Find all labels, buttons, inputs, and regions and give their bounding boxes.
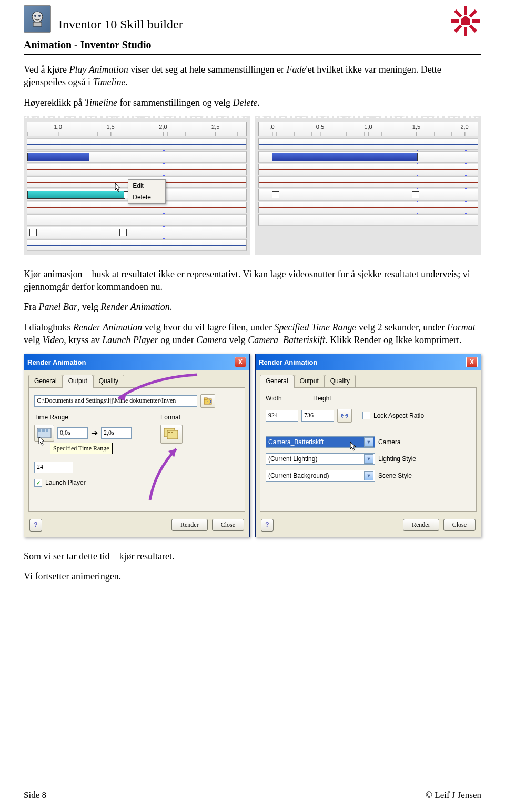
render-dialog-general: Render AnimationX General Output Quality… xyxy=(255,354,481,537)
tab-general[interactable]: General xyxy=(28,375,63,387)
link-dimensions-button[interactable] xyxy=(337,409,352,423)
time-range-type-button[interactable] xyxy=(34,425,54,442)
doc-title: Inventor 10 Skill builder xyxy=(58,16,183,33)
dialog-title: Render Animation xyxy=(259,358,317,367)
para-5: I dialogboks Render Animation velg hvor … xyxy=(24,321,481,347)
format-label: Format xyxy=(160,413,239,422)
svg-rect-13 xyxy=(204,398,207,399)
context-menu[interactable]: Edit Delete xyxy=(128,179,166,204)
para-4: Fra Panel Bar, velg Render Animation. xyxy=(24,300,481,313)
app-icon xyxy=(24,5,51,33)
svg-rect-9 xyxy=(454,24,462,33)
timeline-ruler: 1,0 1,5 2,0 2,5 xyxy=(27,122,247,136)
para-1: Ved å kjøre Play Animation viser det seg… xyxy=(24,63,481,89)
timeline-screenshot-right: ,0 0,5 1,0 1,5 2,0 xyxy=(255,116,481,255)
timeline-screenshot-left: 1,0 1,5 2,0 2,5 Edit Delete xyxy=(24,116,250,255)
close-button[interactable]: Close xyxy=(212,519,244,531)
svg-rect-21 xyxy=(168,432,170,433)
render-dialog-output: Render AnimationX General Output Quality… xyxy=(24,354,250,537)
timeline-track[interactable] xyxy=(27,151,247,163)
width-input[interactable] xyxy=(266,410,298,422)
svg-rect-17 xyxy=(42,429,45,432)
para-3: Kjør animasjon – husk at resultatet ikke… xyxy=(24,268,481,294)
svg-rect-18 xyxy=(46,429,48,432)
lighting-label: Lighting Style xyxy=(378,455,416,463)
lock-aspect-checkbox[interactable]: Lock Aspect Ratio xyxy=(362,412,424,420)
svg-point-0 xyxy=(32,12,43,22)
format-video-button[interactable] xyxy=(160,425,183,444)
svg-rect-7 xyxy=(472,19,480,23)
svg-rect-8 xyxy=(469,9,477,18)
svg-rect-3 xyxy=(33,22,42,26)
svg-rect-16 xyxy=(38,429,41,432)
svg-point-1 xyxy=(34,15,36,17)
camera-select[interactable]: Camera_Batteriskift▼ xyxy=(266,436,375,448)
render-button[interactable]: Render xyxy=(403,519,439,531)
menu-delete[interactable]: Delete xyxy=(128,192,165,203)
svg-rect-6 xyxy=(451,19,459,23)
width-label: Width xyxy=(266,394,297,403)
lighting-select[interactable]: (Current Lighting)▼ xyxy=(266,453,375,465)
tooltip: Specified Time Range xyxy=(50,443,113,454)
timeline-track[interactable] xyxy=(27,227,247,238)
doc-subtitle: Animation - Inventor Studio xyxy=(24,38,481,52)
svg-point-2 xyxy=(38,15,41,17)
height-label: Height xyxy=(313,394,331,403)
menu-edit[interactable]: Edit xyxy=(128,180,165,192)
help-button[interactable]: ? xyxy=(29,519,42,532)
launch-player-checkbox[interactable]: ✓Launch Player xyxy=(34,478,86,487)
svg-rect-10 xyxy=(454,9,462,18)
tab-general[interactable]: General xyxy=(260,375,294,387)
close-button[interactable]: X xyxy=(466,357,478,367)
logo-icon xyxy=(450,5,481,37)
render-button[interactable]: Render xyxy=(171,519,208,531)
para-7: Vi fortsetter animeringen. xyxy=(24,570,481,583)
svg-rect-11 xyxy=(469,24,477,33)
page-number: Side 8 xyxy=(24,789,46,801)
tab-quality[interactable]: Quality xyxy=(325,375,356,387)
close-button[interactable]: Close xyxy=(443,519,476,531)
time-from-input[interactable] xyxy=(57,427,88,439)
svg-rect-4 xyxy=(464,6,467,15)
tab-quality[interactable]: Quality xyxy=(93,375,124,387)
header-rule xyxy=(24,54,481,55)
scene-label: Scene Style xyxy=(378,472,412,480)
copyright: © Leif J Jensen xyxy=(426,789,481,801)
height-input[interactable] xyxy=(301,410,334,422)
para-2: Høyereklikk på Timeline for sammenstilli… xyxy=(24,96,481,109)
time-to-input[interactable] xyxy=(101,427,132,439)
camera-label: Camera xyxy=(378,438,401,446)
fps-input[interactable] xyxy=(34,462,73,473)
para-6: Som vi ser tar dette tid – kjør resultar… xyxy=(24,550,481,563)
svg-rect-22 xyxy=(171,432,173,433)
tab-output[interactable]: Output xyxy=(63,375,93,387)
footer-rule xyxy=(24,786,481,786)
annotation-arrow-icon xyxy=(139,445,187,503)
tab-output[interactable]: Output xyxy=(294,375,325,387)
svg-rect-5 xyxy=(464,27,467,36)
time-range-label: Time Range xyxy=(34,413,145,422)
close-button[interactable]: X xyxy=(235,357,246,367)
arrow-icon: ➔ xyxy=(91,427,98,439)
browse-button[interactable] xyxy=(200,394,215,408)
dialog-title: Render Animation xyxy=(27,358,86,367)
help-button[interactable]: ? xyxy=(261,519,274,532)
scene-select[interactable]: (Current Background)▼ xyxy=(266,470,375,482)
file-path-input[interactable] xyxy=(34,395,197,407)
